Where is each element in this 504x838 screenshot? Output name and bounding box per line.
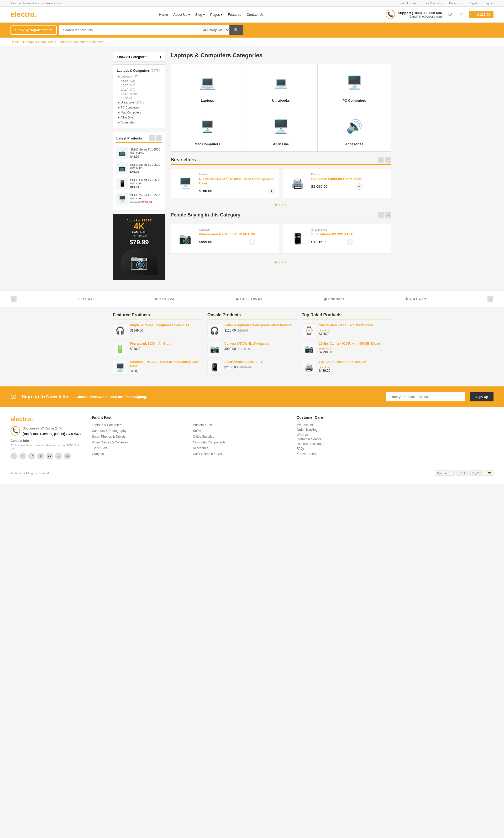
onsale-name-2[interactable]: Camera C430W 4k Waterproof (224, 342, 269, 346)
sidebar-cat-pc-computers[interactable]: ▸ PC Computers (113, 105, 165, 110)
category-select[interactable]: All Categories (199, 25, 230, 35)
onsale-name-1[interactable]: Yellow Earphones Waterproof with Bluetoo… (224, 324, 292, 328)
buying-name-1[interactable]: Widescreen NX Mini F1 SMART NX (199, 232, 255, 237)
sidebar-cat-17.3[interactable]: 17.3" (8) (113, 96, 165, 100)
latest-product-name-2[interactable]: SUHD Smart TV J9500 with curv... (130, 163, 162, 170)
pb-dot-2[interactable] (278, 261, 280, 263)
brands-prev-arrow[interactable]: ‹ (11, 296, 17, 302)
latest-product-name-1[interactable]: SUHD Smart TV J9500 with curv... (130, 148, 162, 154)
linkedin-icon[interactable]: in (64, 453, 71, 459)
newsletter-email-input[interactable] (386, 392, 465, 401)
sidebar-cat-mac-computers[interactable]: ▸ Mac Computers (113, 110, 165, 115)
category-card-ultrabooks[interactable]: 💻 Ultrabooks (245, 64, 318, 108)
pb-dot-1[interactable] (275, 261, 277, 263)
nav-features[interactable]: Features (228, 13, 241, 17)
dot-4[interactable] (285, 204, 287, 206)
bestseller-add-cart-1[interactable]: + (269, 188, 275, 194)
sidebar-cat-accesories[interactable]: ▸ Accesories (113, 120, 165, 125)
dot-2[interactable] (278, 204, 280, 206)
featured-name-2[interactable]: Powerbank 1130 mAh Blue (130, 342, 170, 346)
search-button[interactable]: 🔍 (230, 25, 243, 35)
store-locator-link[interactable]: Store Locator (399, 2, 417, 5)
footer-link-videogames[interactable]: Video Games & Consoles (92, 440, 188, 445)
wishlist-icon[interactable]: ♡ (457, 10, 466, 19)
bestseller-name-1[interactable]: Nerocool EN52377 Dead Silence Gaming Cub… (199, 177, 275, 186)
breadcrumb-home[interactable]: Home (11, 40, 19, 44)
latest-prev-arrow[interactable]: ‹ (149, 135, 155, 141)
footer-link-software[interactable]: Software (193, 429, 289, 433)
promo-banner[interactable]: ALL-NEW SPORT 4K CAMERAS STARTING AT $79… (113, 214, 165, 280)
footer-link-printers[interactable]: Printers & Ink (193, 423, 289, 427)
toprated-name-1[interactable]: Smartwatch 2.0 LTE Wifi Waterproof (319, 324, 373, 328)
logo[interactable]: electro. (11, 10, 37, 19)
people-buying-prev-arrow[interactable]: ‹ (378, 212, 384, 218)
pb-dot-3[interactable] (282, 261, 284, 263)
dot-3[interactable] (282, 204, 284, 206)
footer-link-computer-components[interactable]: Computer Components (193, 440, 289, 445)
footer-link-car[interactable]: Car Electronic & GPS (193, 452, 289, 456)
footer-link-wishlist[interactable]: Wish List (296, 432, 493, 437)
brand-galaxy[interactable]: ❋ GALAXY (405, 297, 427, 301)
bestsellers-next-arrow[interactable]: › (385, 157, 391, 163)
featured-name-3[interactable]: Nerocool EN52377 Dead Silence Gaming Cub… (130, 360, 202, 368)
toprated-name-2[interactable]: 22Mps Camera 6200U with 500GB SDcard (319, 342, 381, 346)
shop-by-department-button[interactable]: Shop by Department ▾ (11, 25, 57, 35)
nav-pages[interactable]: Pages ▾ (210, 13, 222, 17)
latest-next-arrow[interactable]: › (156, 135, 162, 141)
nav-home[interactable]: Home (159, 13, 168, 17)
latest-product-name-3[interactable]: SUHD Smart TV J9500 with curv... (130, 178, 162, 185)
buying-name-2[interactable]: Smartphone 6S 32GB LTE (311, 232, 353, 237)
sidebar-cat-ultrabooks[interactable]: ▸ Ultrabooks (2641) (113, 100, 165, 105)
footer-link-cameras[interactable]: Cameras & Photography (92, 429, 188, 433)
chat-icon[interactable]: 💬 (446, 10, 454, 19)
bestsellers-prev-arrow[interactable]: ‹ (378, 157, 384, 163)
footer-link-gadgets[interactable]: Gadgets (92, 452, 188, 456)
cart-button[interactable]: 🛒 3 215.99 (469, 11, 493, 18)
footer-phone[interactable]: (800) 8001-8588, (0600) 874 548 (22, 432, 80, 436)
onsale-name-3[interactable]: Smartphone 6S 32GB LTE (224, 360, 263, 364)
track-order-link[interactable]: Track Your Order (422, 2, 444, 5)
sidebar-cat-laptops-computers[interactable]: Laptops & Computers (2079) (113, 67, 165, 74)
buying-add-cart-2[interactable]: + (347, 239, 353, 245)
sidebar-cat-13.3[interactable]: 13.3" (248) (113, 83, 165, 87)
sidebar-cat-14.1[interactable]: 14.1" (170) (113, 87, 165, 92)
brand-yoko[interactable]: ⊙ YOKO (77, 297, 94, 301)
featured-name-1[interactable]: Purple Wireless Headphones Solo 2 HD (130, 324, 189, 328)
category-card-all-in-one[interactable]: 🖥️ All in One (245, 108, 318, 151)
brand-connect[interactable]: ◉ connect (324, 297, 344, 301)
dot-1[interactable] (275, 204, 277, 206)
signin-link[interactable]: Sign in (485, 2, 493, 5)
twitter-icon[interactable]: t (19, 453, 26, 459)
latest-product-name-4[interactable]: SUHD Smart TV J9500 with curv... (130, 194, 162, 200)
facebook-icon[interactable]: f (11, 453, 17, 459)
people-buying-next-arrow[interactable]: › (385, 212, 391, 218)
brand-speedway[interactable]: ◈ SPEEDWAY (236, 297, 263, 301)
footer-logo[interactable]: electro. (11, 415, 84, 423)
pb-dot-4[interactable] (285, 261, 287, 263)
brand-kinova[interactable]: ⊗ KINOVA (155, 297, 175, 301)
footer-link-smartphones[interactable]: Smart Phones & Tablets (92, 434, 188, 439)
sidebar-cat-11.6[interactable]: 11.6" (241) (113, 79, 165, 83)
footer-link-myaccount[interactable]: My Account (296, 423, 493, 427)
sidebar-cat-laptops[interactable]: ▸ Laptops (447) (113, 74, 165, 79)
nav-about[interactable]: About Us ▾ (173, 13, 190, 17)
footer-link-returns[interactable]: Returns / Exchange (296, 441, 493, 446)
brands-next-arrow[interactable]: › (487, 296, 493, 302)
newsletter-signup-button[interactable]: Sign Up (470, 392, 493, 401)
flickr-icon[interactable]: ●● (46, 453, 53, 459)
category-card-pc-computers[interactable]: 🖥️ PC Computers (318, 64, 391, 108)
toprated-name-3[interactable]: Full Color LaserJet Pro M452dn (319, 360, 366, 364)
register-link[interactable]: Register (469, 2, 479, 5)
footer-link-product-support[interactable]: Product Support (296, 451, 493, 456)
vimeo-icon[interactable]: V (55, 453, 62, 459)
category-card-mac-computers[interactable]: 🖥️ Mac Computers (171, 108, 244, 151)
buying-add-cart-1[interactable]: + (249, 239, 255, 245)
category-card-laptops[interactable]: 💻 Laptops (171, 64, 244, 108)
bestseller-add-cart-2[interactable]: + (356, 184, 362, 190)
footer-link-tv[interactable]: TV & Audio (92, 446, 188, 451)
nav-contact[interactable]: Contact Us (247, 13, 264, 17)
currency-selector[interactable]: Dollar (US) (449, 2, 463, 5)
sidebar-cat-15.6[interactable]: 15.6" (2589) (113, 92, 165, 96)
sidebar-cat-all-in-one[interactable]: ▸ All in One (113, 115, 165, 120)
footer-link-customer-service[interactable]: Customer Service (296, 437, 493, 441)
